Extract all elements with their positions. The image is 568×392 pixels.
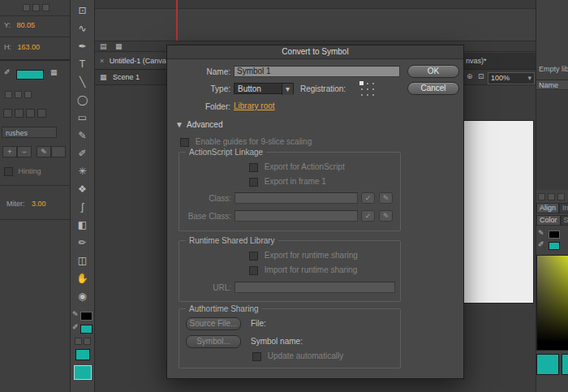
brush-widget[interactable] xyxy=(26,109,35,118)
new-layer-icon[interactable]: ▤ xyxy=(100,42,107,50)
center-frame-icon[interactable]: ⊡ xyxy=(478,72,484,80)
advanced-disclosure-icon[interactable]: ▼ xyxy=(175,120,183,129)
style-icon[interactable] xyxy=(24,91,32,98)
advanced-label[interactable]: Advanced xyxy=(187,120,222,129)
export-runtime-checkbox[interactable] xyxy=(249,252,258,261)
color-swatch-partial[interactable] xyxy=(562,354,568,375)
style-mini-icons xyxy=(5,91,34,100)
color-swatch[interactable] xyxy=(75,349,90,360)
actionscript-linkage-group: ActionScript Linkage Export for ActionSc… xyxy=(179,152,401,231)
brush-widget[interactable] xyxy=(15,109,24,118)
edit-class-button[interactable]: ✎ xyxy=(379,192,393,204)
color-swatch-large[interactable] xyxy=(536,354,559,375)
type-label: Type: xyxy=(175,84,230,94)
slice-scaling-checkbox[interactable] xyxy=(180,138,189,147)
spray-brush-tool-icon[interactable]: ✳ xyxy=(71,162,94,180)
style-icon[interactable] xyxy=(15,91,22,98)
swap-colors-button[interactable] xyxy=(84,338,91,345)
layer-options-icon[interactable]: ▦ xyxy=(115,42,123,50)
stroke-color-chip[interactable] xyxy=(549,230,560,239)
miter-value[interactable]: 3.00 xyxy=(32,200,46,208)
type-dropdown[interactable]: ▾ Button xyxy=(234,83,294,94)
fill-color-chip[interactable] xyxy=(549,242,560,250)
panel-icon[interactable] xyxy=(538,193,545,200)
free-transform-tool-icon[interactable]: ⊡ xyxy=(71,2,94,19)
validate-base-class-button[interactable]: ✓ xyxy=(361,210,375,222)
edit-brush-button[interactable]: ✎ xyxy=(37,146,51,157)
panel-icon[interactable] xyxy=(548,193,555,200)
lasso-tool-icon[interactable]: ∿ xyxy=(71,19,94,37)
bone-tool-icon[interactable]: ʃ xyxy=(71,198,94,216)
cancel-button[interactable]: Cancel xyxy=(407,82,459,95)
export-actionscript-label: Export for ActionScript xyxy=(265,162,345,171)
style-icon[interactable] xyxy=(5,91,12,98)
export-actionscript-checkbox[interactable] xyxy=(249,163,258,172)
black-white-button[interactable] xyxy=(75,338,82,345)
brush-widget[interactable] xyxy=(3,109,12,118)
edit-symbols-icon[interactable]: ⊕ xyxy=(467,72,473,80)
color-picker-gradient[interactable] xyxy=(536,255,568,351)
deco-tool-icon[interactable]: ❖ xyxy=(71,180,94,198)
panel-icon[interactable] xyxy=(557,193,565,200)
stroke-color-chip[interactable] xyxy=(80,312,93,321)
tab-info[interactable]: In xyxy=(559,203,568,213)
document-tab-title-right: nvas)* xyxy=(466,53,487,69)
pencil-tool-icon[interactable]: ✎ xyxy=(71,127,94,144)
eyedropper-tool-icon[interactable]: ✏ xyxy=(71,234,94,252)
library-name-column-header[interactable]: Name xyxy=(536,80,568,90)
y-value[interactable]: 80.05 xyxy=(17,21,36,29)
symbol-name-input[interactable]: Symbol 1 xyxy=(234,66,400,77)
edit-base-class-button[interactable]: ✎ xyxy=(379,210,393,222)
dialog-title[interactable]: Convert to Symbol xyxy=(167,45,463,59)
frame-ruler[interactable] xyxy=(95,0,536,9)
grid-icon[interactable]: ▦ xyxy=(50,68,58,76)
rectangle-tool-icon[interactable]: ▭ xyxy=(71,109,94,127)
brush-widget[interactable] xyxy=(37,109,46,118)
oval-tool-icon[interactable]: ◯ xyxy=(71,91,94,109)
paint-bucket-tool-icon[interactable]: ◧ xyxy=(71,216,94,234)
playhead[interactable] xyxy=(176,0,178,41)
ok-button[interactable]: OK xyxy=(407,65,459,78)
option-icon[interactable] xyxy=(23,4,30,11)
brush-option-button[interactable] xyxy=(51,146,66,157)
line-tool-icon[interactable]: ╲ xyxy=(71,73,94,91)
brush-tool-icon[interactable]: ✐ xyxy=(71,144,94,162)
scene-label[interactable]: Scene 1 xyxy=(113,73,140,81)
base-class-input[interactable] xyxy=(235,210,358,222)
export-frame1-checkbox[interactable] xyxy=(249,178,258,187)
zoom-level-dropdown[interactable]: 100% ▾ xyxy=(488,72,535,84)
symbol-button[interactable]: Symbol... xyxy=(186,335,241,348)
hinting-checkbox[interactable] xyxy=(4,167,13,176)
class-input[interactable] xyxy=(235,192,358,204)
hand-tool-icon[interactable]: ✋ xyxy=(71,269,94,287)
source-file-button[interactable]: Source File... xyxy=(186,317,241,330)
url-input[interactable] xyxy=(235,282,395,293)
tab-close-icon[interactable]: × xyxy=(100,57,104,65)
validate-class-button[interactable]: ✓ xyxy=(361,192,375,204)
color-swatch-selected[interactable] xyxy=(74,365,92,380)
add-button[interactable]: + xyxy=(2,146,17,157)
brushes-dropdown[interactable]: rushes xyxy=(2,127,57,138)
eraser-tool-icon[interactable]: ◫ xyxy=(71,252,94,269)
import-runtime-checkbox[interactable] xyxy=(249,266,258,275)
export-runtime-row: Export for runtime sharing xyxy=(249,251,358,261)
option-icon[interactable] xyxy=(32,4,40,11)
tab-align[interactable]: Align xyxy=(536,203,559,213)
tab-color[interactable]: Color xyxy=(536,215,561,226)
remove-button[interactable]: − xyxy=(17,146,32,157)
library-list[interactable] xyxy=(536,91,568,190)
h-value[interactable]: 163.00 xyxy=(18,43,41,51)
fill-color-swatch[interactable] xyxy=(16,70,44,80)
folder-link[interactable]: Library root xyxy=(234,101,275,110)
tab-swatches[interactable]: S xyxy=(561,215,568,226)
text-tool-icon[interactable]: T xyxy=(71,55,94,73)
library-status: Empty libra xyxy=(539,65,568,73)
pen-tool-icon[interactable]: ✒ xyxy=(71,37,94,55)
option-icon[interactable] xyxy=(42,4,49,11)
registration-grid[interactable] xyxy=(359,80,376,97)
divider xyxy=(0,15,70,16)
zoom-tool-icon[interactable]: ◉ xyxy=(71,287,94,305)
fill-color-chip[interactable] xyxy=(80,325,93,334)
update-automatically-checkbox[interactable] xyxy=(252,352,261,361)
divider xyxy=(0,219,70,220)
